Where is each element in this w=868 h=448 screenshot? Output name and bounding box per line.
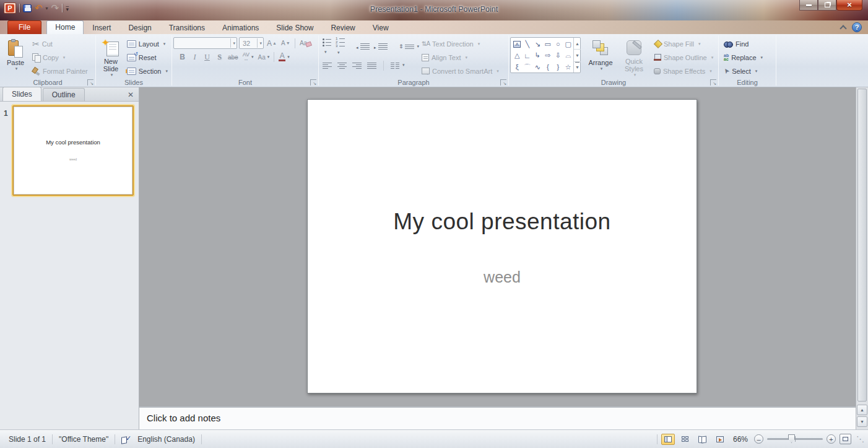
new-slide-button[interactable]: ✦ New Slide xyxy=(97,36,124,77)
shape-arrow-icon[interactable]: ↘ xyxy=(532,38,543,50)
notes-pane[interactable]: Click to add notes xyxy=(139,406,856,429)
font-dialog-launcher-icon[interactable]: ↘ xyxy=(310,79,316,86)
line-spacing-button[interactable]: ⇕ xyxy=(399,43,419,50)
shape-arc-icon[interactable]: ⌒ xyxy=(523,61,533,73)
convert-to-smartart-button[interactable]: Convert to SmartArt xyxy=(419,64,501,77)
decrease-indent-button[interactable]: ◂ xyxy=(356,43,370,50)
restore-button[interactable] xyxy=(818,0,836,11)
tab-insert[interactable]: Insert xyxy=(84,22,119,34)
shape-right-arrow-icon[interactable]: ⇨ xyxy=(543,50,553,62)
shape-elbow-arrow-icon[interactable]: ↳ xyxy=(532,50,543,62)
character-spacing-button[interactable]: AV↔ xyxy=(241,51,255,63)
minimize-ribbon-icon[interactable] xyxy=(840,25,846,30)
shape-line-icon[interactable]: ╲ xyxy=(523,38,533,50)
help-icon[interactable]: ? xyxy=(852,22,862,32)
slide-show-button[interactable] xyxy=(713,434,727,445)
shape-triangle-icon[interactable]: △ xyxy=(512,50,523,62)
language[interactable]: English (Canada) xyxy=(137,435,195,444)
drawing-dialog-launcher-icon[interactable]: ↘ xyxy=(710,79,716,86)
resize-grip-icon[interactable]: ⋱ xyxy=(856,436,864,442)
font-size-combo[interactable]: 32▾ xyxy=(239,37,264,49)
slide-sorter-view-button[interactable] xyxy=(679,434,692,445)
tab-review[interactable]: Review xyxy=(322,22,363,34)
numbering-button[interactable]: 123 xyxy=(336,37,345,56)
change-case-button[interactable]: Aa xyxy=(257,51,271,63)
align-center-button[interactable] xyxy=(337,63,347,69)
align-right-button[interactable] xyxy=(352,63,362,69)
reading-view-button[interactable] xyxy=(696,434,710,445)
slide-subtitle-textbox[interactable]: weed xyxy=(308,268,697,286)
shape-left-brace-icon[interactable]: { xyxy=(543,61,553,73)
previous-slide-button[interactable]: ▲ xyxy=(857,405,867,415)
slide-thumbnail[interactable]: My cool presentation weed xyxy=(12,105,134,196)
font-color-button[interactable]: A xyxy=(277,51,291,63)
shape-scribble-icon[interactable]: ξ xyxy=(512,61,523,73)
zoom-slider[interactable] xyxy=(767,438,823,440)
minimize-button[interactable] xyxy=(799,0,818,11)
shape-rounded-rectangle-icon[interactable]: ▢ xyxy=(563,38,574,50)
text-direction-button[interactable]: ⇅AText Direction xyxy=(419,37,501,50)
shape-freeform-icon[interactable]: ⌓ xyxy=(563,50,574,62)
tab-animations[interactable]: Animations xyxy=(214,22,267,34)
grow-font-button[interactable]: A▲ xyxy=(266,38,278,49)
normal-view-button[interactable] xyxy=(661,434,675,445)
shrink-font-button[interactable]: A▼ xyxy=(280,38,292,49)
vertical-scrollbar[interactable]: ▲ ▼ xyxy=(856,87,868,429)
font-name-combo[interactable]: ▾ xyxy=(173,37,237,49)
arrange-button[interactable]: Arrange xyxy=(584,36,617,77)
shape-fill-button[interactable]: Shape Fill xyxy=(651,37,716,50)
shapes-more-icon[interactable]: ▼ xyxy=(575,62,579,72)
strikethrough-button[interactable]: abe xyxy=(227,51,240,63)
format-painter-button[interactable]: Format Painter xyxy=(30,64,90,77)
section-button[interactable]: Section xyxy=(124,64,170,77)
zoom-out-button[interactable]: – xyxy=(754,434,763,444)
save-icon[interactable] xyxy=(23,4,32,12)
shape-effects-button[interactable]: Shape Effects xyxy=(651,64,716,77)
italic-button[interactable]: I xyxy=(189,51,200,63)
undo-dropdown-arrow[interactable]: ▾ xyxy=(46,6,48,11)
bullets-button[interactable] xyxy=(323,38,331,55)
paste-button[interactable]: Paste xyxy=(1,36,30,77)
scrollbar-thumb[interactable] xyxy=(857,89,867,402)
spell-check-icon[interactable] xyxy=(121,436,131,443)
close-panel-icon[interactable]: ✕ xyxy=(128,90,134,99)
shape-curve-icon[interactable]: ∿ xyxy=(532,61,543,73)
cut-button[interactable]: ✂Cut xyxy=(30,37,90,50)
shape-text-box-icon[interactable]: A xyxy=(513,41,521,48)
zoom-percentage[interactable]: 66% xyxy=(733,435,748,444)
powerpoint-app-icon[interactable]: P xyxy=(4,2,16,14)
shapes-scroll-down-icon[interactable]: ▼ xyxy=(574,50,581,61)
zoom-slider-thumb[interactable] xyxy=(788,434,795,443)
underline-button[interactable]: U xyxy=(202,51,212,63)
customize-qat-button[interactable]: –▾ xyxy=(66,5,69,11)
tab-home[interactable]: Home xyxy=(46,20,84,34)
close-button[interactable]: × xyxy=(836,0,862,11)
tab-file[interactable]: File xyxy=(7,20,41,34)
zoom-in-button[interactable]: + xyxy=(827,434,836,444)
tab-slides[interactable]: Slides xyxy=(2,87,41,101)
layout-button[interactable]: Layout xyxy=(124,37,170,50)
shape-down-arrow-icon[interactable]: ⇩ xyxy=(553,50,563,62)
tab-design[interactable]: Design xyxy=(119,22,160,34)
clear-formatting-button[interactable]: Aa xyxy=(298,38,309,49)
shapes-scroll-up-icon[interactable]: ▲ xyxy=(574,38,581,50)
text-shadow-button[interactable]: S xyxy=(214,51,225,63)
tab-view[interactable]: View xyxy=(364,22,397,34)
columns-button[interactable] xyxy=(391,63,405,69)
next-slide-button[interactable]: ▼ xyxy=(857,416,867,427)
select-button[interactable]: ➤Select xyxy=(721,64,775,77)
shape-rectangle-icon[interactable]: ▭ xyxy=(543,38,553,50)
reset-button[interactable]: Reset xyxy=(124,51,170,64)
shape-right-brace-icon[interactable]: } xyxy=(553,61,563,73)
shape-outline-button[interactable]: Shape Outline xyxy=(651,51,716,64)
tab-outline[interactable]: Outline xyxy=(43,88,85,101)
replace-button[interactable]: abacReplace xyxy=(721,51,775,64)
slide-title-textbox[interactable]: My cool presentation xyxy=(308,209,697,235)
align-text-button[interactable]: Align Text xyxy=(419,51,501,64)
slide-canvas[interactable]: My cool presentation weed xyxy=(307,99,697,393)
shape-star-icon[interactable]: ☆ xyxy=(563,61,574,73)
bold-button[interactable]: B xyxy=(177,51,188,63)
shape-oval-icon[interactable]: ○ xyxy=(553,38,563,50)
fit-slide-to-window-button[interactable] xyxy=(840,434,851,444)
copy-button[interactable]: Copy xyxy=(30,51,90,64)
